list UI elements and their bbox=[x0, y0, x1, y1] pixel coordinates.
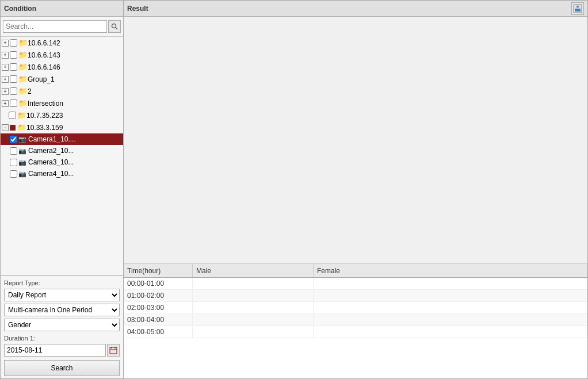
tree-label-5: 2 bbox=[28, 87, 32, 95]
td-male-2 bbox=[193, 302, 314, 313]
camera-icon-4: 📷 bbox=[18, 170, 26, 178]
tree-item-10333[interactable]: - 📁 10.33.3.159 bbox=[1, 121, 123, 133]
table-row: 01:00-02:00 bbox=[124, 290, 587, 302]
folder-icon-8: 📁 bbox=[17, 123, 26, 132]
svg-line-1 bbox=[116, 28, 118, 30]
td-female-0 bbox=[314, 278, 587, 289]
search-input[interactable] bbox=[3, 20, 107, 33]
result-title: Result bbox=[127, 5, 148, 13]
camera-icon-3: 📷 bbox=[18, 159, 26, 166]
tree-item-camera3[interactable]: 📷 Camera3_10... bbox=[1, 156, 123, 168]
tree-label-8: 10.33.3.159 bbox=[26, 124, 63, 132]
tree-item-intersection[interactable]: + 📁 Intersection bbox=[1, 97, 123, 109]
td-female-1 bbox=[314, 290, 587, 301]
expand-2[interactable]: + bbox=[2, 52, 9, 59]
checkbox-6[interactable] bbox=[10, 99, 17, 107]
right-panel: Result Time(hour) Male bbox=[124, 1, 587, 378]
tree-item-107[interactable]: 📁 10.7.35.223 bbox=[1, 109, 123, 121]
left-panel: Condition + 📁 10.6.6.142 + bbox=[1, 1, 124, 378]
table-row: 03:00-04:00 bbox=[124, 314, 587, 326]
expand-1[interactable]: + bbox=[2, 40, 9, 47]
report-type-label: Report Type: bbox=[4, 280, 120, 286]
calendar-icon bbox=[109, 346, 117, 354]
td-male-1 bbox=[193, 290, 314, 301]
folder-icon-1: 📁 bbox=[18, 39, 28, 47]
tree-item-camera1[interactable]: 📷 Camera1_10.... bbox=[1, 133, 123, 145]
td-female-2 bbox=[314, 302, 587, 313]
checkbox-camera4[interactable] bbox=[10, 170, 17, 178]
td-time-1: 01:00-02:00 bbox=[124, 290, 193, 301]
tree-label-1: 10.6.6.142 bbox=[28, 39, 60, 47]
checkbox-2[interactable] bbox=[10, 51, 17, 59]
export-button[interactable] bbox=[571, 2, 584, 15]
svg-point-0 bbox=[112, 24, 116, 28]
tree-label-camera1: Camera1_10.... bbox=[28, 135, 76, 143]
tree-item-camera4[interactable]: 📷 Camera4_10... bbox=[1, 168, 123, 179]
folder-icon-4: 📁 bbox=[18, 75, 28, 83]
td-male-4 bbox=[193, 326, 314, 338]
search-button[interactable]: Search bbox=[4, 360, 120, 376]
report-type-select[interactable]: Daily Report Weekly Report Monthly Repor… bbox=[4, 289, 120, 301]
folder-icon-6: 📁 bbox=[18, 99, 28, 108]
expand-3[interactable]: + bbox=[2, 64, 9, 71]
table-body: 00:00-01:00 01:00-02:00 02:00-03:00 bbox=[124, 278, 587, 378]
mode-select[interactable]: Multi-camera in One Period Single Camera bbox=[4, 304, 120, 316]
tree-item-2[interactable]: + 📁 2 bbox=[1, 85, 123, 97]
td-male-3 bbox=[193, 314, 314, 326]
folder-icon-2: 📁 bbox=[18, 51, 28, 59]
tree-item-group1[interactable]: + 📁 Group_1 bbox=[1, 73, 123, 85]
tree-label-2: 10.6.6.143 bbox=[28, 51, 60, 59]
td-female-4 bbox=[314, 326, 587, 338]
expand-6[interactable]: + bbox=[2, 100, 9, 107]
th-male: Male bbox=[193, 264, 314, 277]
checkbox-camera2[interactable] bbox=[10, 147, 17, 155]
tree-item-1066143[interactable]: + 📁 10.6.6.143 bbox=[1, 49, 123, 61]
table-row: 02:00-03:00 bbox=[124, 302, 587, 314]
checkbox-4[interactable] bbox=[10, 75, 17, 83]
td-time-0: 00:00-01:00 bbox=[124, 278, 193, 289]
checkbox-7[interactable] bbox=[9, 112, 16, 119]
attribute-select[interactable]: Gender Age All bbox=[4, 319, 120, 331]
duration-label: Duration 1: bbox=[4, 335, 120, 342]
date-row bbox=[4, 344, 120, 357]
empty-result-area bbox=[124, 17, 587, 263]
td-time-4: 04:00-05:00 bbox=[124, 326, 193, 338]
tree-item-camera2[interactable]: 📷 Camera2_10... bbox=[1, 145, 123, 156]
expand-4[interactable]: + bbox=[2, 76, 9, 83]
red-status-icon bbox=[10, 125, 16, 131]
camera-icon-1: 📷 bbox=[18, 136, 26, 143]
expand-8[interactable]: - bbox=[2, 124, 9, 131]
checkbox-5[interactable] bbox=[10, 87, 17, 95]
checkbox-1[interactable] bbox=[10, 39, 17, 47]
tree-label-camera4: Camera4_10... bbox=[28, 170, 74, 178]
calendar-button[interactable] bbox=[107, 344, 120, 357]
checkbox-camera1[interactable] bbox=[10, 136, 17, 143]
table-row: 04:00-05:00 bbox=[124, 326, 587, 338]
folder-icon-5: 📁 bbox=[18, 87, 28, 95]
tree-item-1066146[interactable]: + 📁 10.6.6.146 bbox=[1, 61, 123, 73]
search-icon-button[interactable] bbox=[108, 20, 121, 33]
left-panel-header: Condition bbox=[1, 1, 123, 17]
export-icon bbox=[573, 4, 582, 13]
folder-icon-3: 📁 bbox=[18, 63, 28, 71]
controls-section: Report Type: Daily Report Weekly Report … bbox=[1, 275, 123, 378]
search-bar bbox=[1, 17, 123, 37]
td-time-2: 02:00-03:00 bbox=[124, 302, 193, 313]
table-row: 00:00-01:00 bbox=[124, 278, 587, 290]
condition-title: Condition bbox=[4, 5, 36, 13]
tree-label-7: 10.7.35.223 bbox=[26, 112, 63, 120]
tree-label-6: Intersection bbox=[28, 99, 63, 108]
checkbox-3[interactable] bbox=[10, 63, 17, 71]
table-header: Time(hour) Male Female bbox=[124, 264, 587, 278]
main-container: Condition + 📁 10.6.6.142 + bbox=[0, 0, 588, 379]
search-icon bbox=[111, 23, 118, 30]
td-female-3 bbox=[314, 314, 587, 326]
th-time: Time(hour) bbox=[124, 264, 193, 277]
svg-rect-7 bbox=[575, 9, 581, 12]
tree-item-1066142[interactable]: + 📁 10.6.6.142 bbox=[1, 37, 123, 49]
checkbox-camera3[interactable] bbox=[10, 159, 17, 166]
folder-icon-7: 📁 bbox=[17, 111, 26, 120]
tree-label-3: 10.6.6.146 bbox=[28, 63, 60, 71]
date-input[interactable] bbox=[4, 344, 106, 357]
expand-5[interactable]: + bbox=[2, 88, 9, 95]
